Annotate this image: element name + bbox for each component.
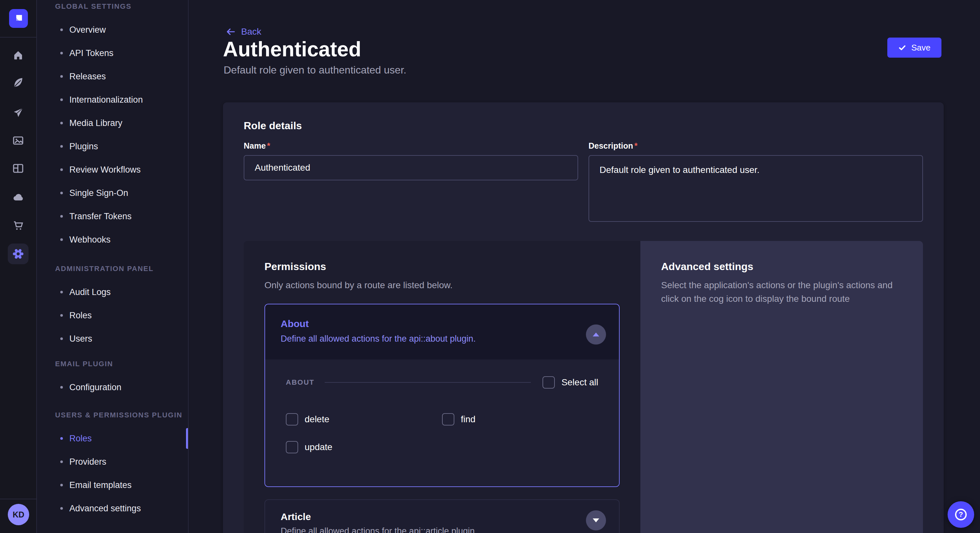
bullet-icon <box>60 338 63 340</box>
bullet-icon <box>60 484 63 486</box>
about-accordion-title: About <box>281 317 574 330</box>
bullet-icon <box>60 52 63 54</box>
sidebar-item-review-workflows[interactable]: Review Workflows <box>37 158 188 181</box>
sidebar-item-transfer-tokens[interactable]: Transfer Tokens <box>37 205 188 228</box>
sidebar-item-media-library[interactable]: Media Library <box>37 111 188 135</box>
required-asterisk: * <box>267 141 270 150</box>
select-all-checkbox[interactable] <box>542 376 555 389</box>
about-accordion-body: ABOUT Select all delete <box>265 359 619 487</box>
bullet-icon <box>60 507 63 510</box>
about-group-label: ABOUT <box>286 378 314 387</box>
permissions-heading: Permissions <box>264 260 620 273</box>
sidebar-item-releases[interactable]: Releases <box>37 65 188 88</box>
sidebar-item-users[interactable]: Users <box>37 327 188 351</box>
page-title: Authenticated <box>223 37 361 62</box>
bullet-icon <box>60 291 63 293</box>
chevron-down-icon <box>593 519 599 522</box>
bullet-icon <box>60 238 63 241</box>
bullet-icon <box>60 168 63 171</box>
bullet-icon <box>60 98 63 101</box>
rail-divider-bottom <box>0 499 36 499</box>
article-accordion: Article Define all allowed actions for t… <box>264 499 620 533</box>
select-all-option[interactable]: Select all <box>542 376 598 389</box>
sidebar-item-single-sign-on[interactable]: Single Sign-On <box>37 181 188 205</box>
sidebar-item-overview[interactable]: Overview <box>37 18 188 41</box>
bullet-icon <box>60 314 63 317</box>
action-find-option[interactable]: find <box>442 413 598 425</box>
bullet-icon <box>60 192 63 194</box>
layout-icon[interactable] <box>10 160 26 176</box>
article-accordion-header[interactable]: Article Define all allowed actions for t… <box>265 500 619 533</box>
name-input[interactable] <box>244 155 578 180</box>
save-button[interactable]: Save <box>887 38 942 58</box>
sidebar-item-email-templates[interactable]: Email templates <box>37 473 188 497</box>
section-users-permissions-plugin: USERS & PERMISSIONS PLUGIN <box>55 410 188 420</box>
back-link[interactable]: Back <box>226 27 261 37</box>
home-icon[interactable] <box>10 47 26 63</box>
sidebar-item-up-roles[interactable]: Roles <box>37 427 188 450</box>
name-field: Name* <box>244 141 578 180</box>
description-field: Description* Default role given to authe… <box>589 141 923 224</box>
shopping-cart-icon[interactable] <box>10 217 26 233</box>
question-mark-icon: ? <box>955 509 967 520</box>
section-email-plugin: EMAIL PLUGIN <box>55 359 188 369</box>
about-accordion-subtitle: Define all allowed actions for the api::… <box>281 333 574 344</box>
arrow-left-icon <box>226 27 236 37</box>
sidebar-item-plugins[interactable]: Plugins <box>37 135 188 158</box>
collapse-accordion-button[interactable] <box>586 324 606 344</box>
permissions-subtitle: Only actions bound by a route are listed… <box>264 279 620 292</box>
action-delete-option[interactable]: delete <box>286 413 442 425</box>
expand-accordion-button[interactable] <box>586 510 606 530</box>
feather-pen-icon[interactable] <box>10 75 26 90</box>
check-icon <box>898 44 906 51</box>
cloud-icon[interactable] <box>10 189 26 205</box>
strapi-settings-app: KD GLOBAL SETTINGS Overview API Tokens R… <box>0 0 980 533</box>
advanced-settings-body: Select the application's actions or the … <box>661 279 897 306</box>
delete-checkbox[interactable] <box>286 413 298 425</box>
bullet-icon <box>60 145 63 148</box>
sidebar-item-advanced-settings[interactable]: Advanced settings <box>37 497 188 520</box>
strapi-logo[interactable] <box>9 9 28 28</box>
advanced-settings-heading: Advanced settings <box>661 260 897 273</box>
sidebar-item-configuration[interactable]: Configuration <box>37 376 188 399</box>
group-divider <box>325 382 531 383</box>
avatar[interactable]: KD <box>8 504 29 525</box>
settings-sidebar: GLOBAL SETTINGS Overview API Tokens Rele… <box>37 0 189 533</box>
about-accordion-header[interactable]: About Define all allowed actions for the… <box>265 305 619 359</box>
sidebar-item-admin-roles[interactable]: Roles <box>37 304 188 327</box>
name-label: Name* <box>244 141 578 151</box>
sidebar-item-providers[interactable]: Providers <box>37 450 188 473</box>
permissions-panel: Permissions Only actions bound by a rout… <box>244 241 640 533</box>
section-global-settings: GLOBAL SETTINGS <box>55 1 188 12</box>
sidebar-item-internationalization[interactable]: Internationalization <box>37 88 188 111</box>
media-pictures-icon[interactable] <box>10 133 26 148</box>
advanced-settings-panel: Advanced settings Select the application… <box>640 241 923 533</box>
sidebar-item-api-tokens[interactable]: API Tokens <box>37 41 188 65</box>
bullet-icon <box>60 386 63 389</box>
about-accordion: About Define all allowed actions for the… <box>264 304 620 487</box>
paper-plane-icon[interactable] <box>10 105 26 121</box>
main-content: Back Authenticated Default role given to… <box>189 0 980 533</box>
action-update-option[interactable]: update <box>286 441 442 453</box>
find-checkbox[interactable] <box>442 413 454 425</box>
description-input[interactable]: Default role given to authenticated user… <box>589 155 923 222</box>
bullet-icon <box>60 29 63 31</box>
sidebar-item-webhooks[interactable]: Webhooks <box>37 228 188 251</box>
section-administration-panel: ADMINISTRATION PANEL <box>55 263 188 274</box>
help-button[interactable]: ? <box>948 501 974 528</box>
bullet-icon <box>60 460 63 463</box>
role-details-card: Role details Name* Description* Default … <box>223 102 944 533</box>
update-checkbox[interactable] <box>286 441 298 453</box>
article-accordion-title: Article <box>281 510 574 523</box>
article-accordion-subtitle: Define all allowed actions for the api::… <box>281 525 574 533</box>
bullet-icon <box>60 215 63 217</box>
required-asterisk: * <box>635 141 638 150</box>
main-nav-rail: KD <box>0 0 37 533</box>
chevron-up-icon <box>593 333 599 336</box>
bullet-icon <box>60 75 63 78</box>
gear-icon[interactable] <box>8 244 29 264</box>
sidebar-item-audit-logs[interactable]: Audit Logs <box>37 281 188 304</box>
about-actions-grid: delete find update <box>286 413 598 453</box>
description-label: Description* <box>589 141 923 151</box>
active-item-indicator <box>186 428 188 449</box>
